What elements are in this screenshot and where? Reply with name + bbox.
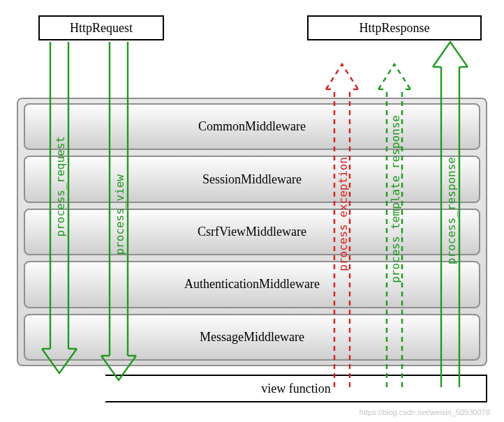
middleware-label: CommonMiddleware [198, 119, 306, 134]
middleware-label: SessionMiddleware [202, 172, 302, 187]
middleware-row: SessionMiddleware [24, 156, 480, 202]
http-response-label: HttpResponse [360, 21, 430, 36]
middleware-stack: CommonMiddleware SessionMiddleware CsrfV… [17, 98, 487, 366]
diagram-canvas: HttpRequest HttpResponse CommonMiddlewar… [0, 0, 504, 422]
middleware-label: MessageMiddleware [200, 330, 304, 345]
middleware-row: MessageMiddleware [24, 314, 480, 361]
http-request-label: HttpRequest [70, 21, 133, 36]
view-function-label: view function [261, 382, 330, 396]
middleware-row: AuthenticationMiddleware [24, 261, 480, 308]
middleware-label: AuthenticationMiddleware [184, 277, 320, 292]
middleware-label: CsrfViewMiddleware [198, 225, 306, 239]
watermark: https://blog.csdn.net/weixin_50930078 [360, 408, 490, 416]
http-request-box: HttpRequest [38, 15, 164, 40]
view-function-box: view function [105, 375, 487, 402]
http-response-box: HttpResponse [307, 15, 482, 40]
middleware-row: CsrfViewMiddleware [24, 209, 480, 255]
middleware-row: CommonMiddleware [24, 103, 480, 150]
